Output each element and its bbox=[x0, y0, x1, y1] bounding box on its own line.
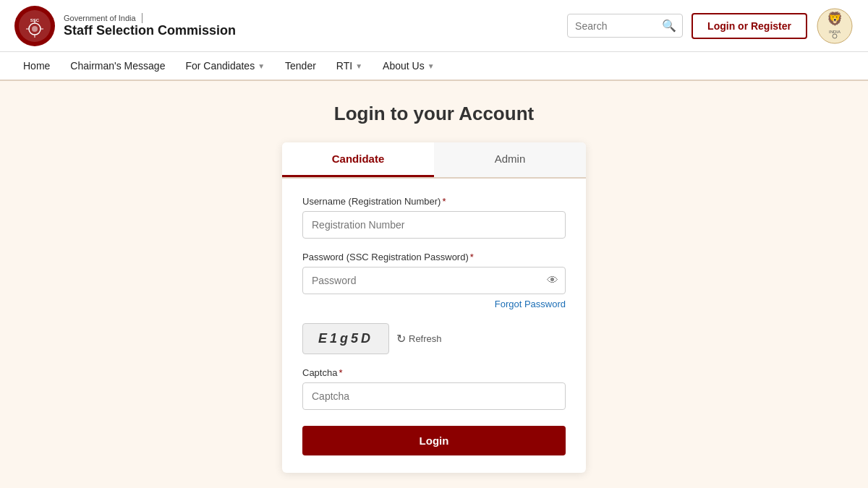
svg-text:INDIA: INDIA bbox=[829, 30, 841, 34]
nav-label-home: Home bbox=[23, 60, 50, 72]
header: SSC Government of India Staff Selection … bbox=[0, 0, 868, 52]
org-name: Staff Selection Commission bbox=[64, 23, 236, 38]
required-marker-pwd: * bbox=[470, 252, 474, 262]
header-title-block: Government of India Staff Selection Comm… bbox=[64, 13, 236, 38]
navbar: Home Chairman's Message For Candidates ▼… bbox=[0, 52, 868, 81]
username-group: Username (Registration Number)* bbox=[302, 196, 566, 239]
nav-label-about-us: About Us bbox=[383, 60, 425, 72]
tab-candidate[interactable]: Candidate bbox=[282, 142, 434, 177]
national-emblem: 🦁 INDIA bbox=[816, 7, 854, 45]
username-input[interactable] bbox=[302, 211, 566, 239]
main-content: Login to your Account Candidate Admin Us… bbox=[0, 81, 868, 488]
chevron-down-icon: ▼ bbox=[258, 62, 265, 70]
nav-item-for-candidates[interactable]: For Candidates ▼ bbox=[176, 51, 273, 80]
eye-icon[interactable]: 👁 bbox=[547, 274, 558, 287]
captcha-input[interactable] bbox=[302, 382, 566, 410]
title-divider bbox=[142, 13, 142, 23]
login-tabs: Candidate Admin bbox=[282, 142, 586, 179]
search-box[interactable]: 🔍 bbox=[567, 14, 683, 38]
captcha-refresh-button[interactable]: ↻ Refresh bbox=[396, 332, 442, 346]
refresh-label: Refresh bbox=[409, 333, 442, 344]
svg-text:🦁: 🦁 bbox=[827, 11, 843, 27]
nav-label-rti: RTI bbox=[336, 60, 352, 72]
captcha-label: Captcha* bbox=[302, 367, 566, 378]
refresh-icon: ↻ bbox=[396, 332, 406, 346]
password-label: Password (SSC Registration Password)* bbox=[302, 252, 566, 262]
search-input[interactable] bbox=[575, 20, 662, 32]
login-form: Username (Registration Number)* Password… bbox=[282, 179, 586, 473]
tab-admin[interactable]: Admin bbox=[434, 142, 586, 177]
login-register-button[interactable]: Login or Register bbox=[692, 13, 807, 39]
forgot-password-link[interactable]: Forgot Password bbox=[495, 299, 566, 309]
nav-item-about-us[interactable]: About Us ▼ bbox=[374, 51, 443, 80]
nav-item-rti[interactable]: RTI ▼ bbox=[328, 51, 371, 80]
header-gov-label: Government of India bbox=[64, 13, 236, 23]
search-button[interactable]: 🔍 bbox=[662, 19, 676, 33]
login-button[interactable]: Login bbox=[302, 426, 566, 455]
login-card: Candidate Admin Username (Registration N… bbox=[282, 142, 586, 473]
captcha-display: E1g5D bbox=[302, 323, 389, 354]
password-wrapper: 👁 bbox=[302, 267, 566, 294]
header-right: 🔍 Login or Register 🦁 INDIA bbox=[567, 7, 854, 45]
ssc-logo: SSC bbox=[14, 6, 55, 46]
nav-label-tender: Tender bbox=[285, 60, 316, 72]
password-input[interactable] bbox=[302, 267, 566, 294]
captcha-display-row: E1g5D ↻ Refresh bbox=[302, 323, 566, 354]
chevron-down-icon-about: ▼ bbox=[427, 62, 435, 70]
chevron-down-icon-rti: ▼ bbox=[355, 62, 362, 70]
captcha-group: Captcha* bbox=[302, 367, 566, 410]
username-label: Username (Registration Number)* bbox=[302, 196, 566, 207]
gov-of-india: Government of India bbox=[64, 14, 136, 22]
page-title: Login to your Account bbox=[334, 103, 534, 125]
required-marker: * bbox=[442, 196, 446, 207]
nav-item-tender[interactable]: Tender bbox=[276, 51, 325, 80]
required-marker-captcha: * bbox=[339, 367, 342, 378]
forgot-password-link-container: Forgot Password bbox=[302, 297, 566, 310]
header-left: SSC Government of India Staff Selection … bbox=[14, 6, 236, 46]
nav-item-chairmans-message[interactable]: Chairman's Message bbox=[61, 51, 174, 80]
nav-label-chairmans-message: Chairman's Message bbox=[70, 60, 165, 72]
password-group: Password (SSC Registration Password)* 👁 … bbox=[302, 252, 566, 310]
svg-point-4 bbox=[32, 26, 38, 32]
nav-item-home[interactable]: Home bbox=[14, 51, 59, 80]
nav-label-for-candidates: For Candidates bbox=[185, 60, 255, 72]
